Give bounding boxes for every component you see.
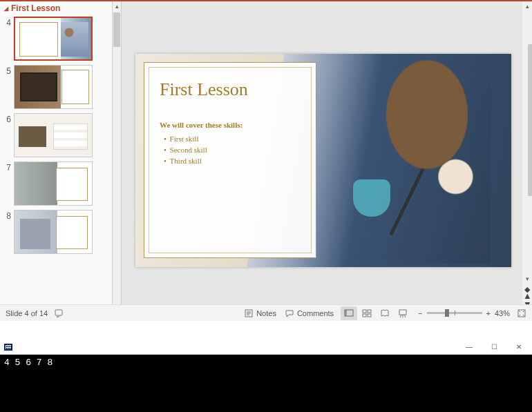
notes-label: Notes (256, 309, 276, 317)
diamond-icon[interactable]: ◆ (524, 286, 530, 292)
scrollbar-handle[interactable] (113, 12, 120, 47)
thumbnail-row[interactable]: 6 (4, 113, 108, 157)
slideshow-view-button[interactable] (395, 306, 411, 320)
console-icon (4, 344, 12, 351)
zoom-in-button[interactable]: + (486, 309, 491, 317)
scroll-up-arrow-icon[interactable]: ▴ (113, 1, 121, 11)
photo-cup (353, 179, 390, 217)
zoom-out-button[interactable]: − (418, 309, 422, 317)
zoom-slider[interactable] (427, 312, 482, 314)
comments-label: Comments (297, 309, 334, 317)
notes-icon (244, 308, 254, 318)
slide-sorter-icon (362, 308, 372, 318)
thumbnail-number: 5 (4, 65, 14, 76)
svg-line-12 (400, 315, 401, 317)
thumbnail-number: 6 (4, 113, 14, 124)
minimize-button[interactable]: — (457, 340, 481, 353)
slideshow-icon (398, 308, 408, 318)
thumbnail-slide[interactable] (14, 210, 93, 254)
console-output[interactable]: 4 5 6 7 8 (0, 355, 532, 412)
slide-sorter-view-button[interactable] (359, 306, 375, 320)
powerpoint-window: ◢ First Lesson 45678 ◢ Course Progress ▴… (0, 0, 532, 321)
fit-up-icon[interactable]: ⯅ (524, 294, 531, 300)
thumbnail-list: 45678 (0, 15, 112, 259)
svg-rect-7 (363, 310, 366, 313)
svg-rect-9 (363, 314, 366, 317)
zoom-control: − + 43% (418, 308, 526, 318)
svg-rect-6 (345, 310, 347, 316)
comments-icon (285, 308, 294, 318)
svg-rect-10 (368, 314, 371, 317)
thumbnail-number: 4 (4, 17, 14, 28)
zoom-percent[interactable]: 43% (495, 309, 510, 317)
fit-to-window-button[interactable] (517, 308, 526, 318)
svg-rect-0 (55, 310, 62, 315)
normal-view-button[interactable] (341, 306, 357, 320)
thumbnail-scrollbar[interactable]: ▴ ▾ (112, 1, 122, 321)
view-mode-group (341, 306, 411, 320)
slide-bullet-list[interactable]: First skillSecond skillThird skill (160, 135, 301, 165)
slide-counter[interactable]: Slide 4 of 14 (6, 309, 48, 317)
section-header-first-lesson[interactable]: ◢ First Lesson (0, 1, 112, 15)
slide-thumbnails-panel: ◢ First Lesson 45678 ◢ Course Progress (0, 1, 112, 321)
thumbnail-slide[interactable] (14, 161, 93, 206)
photo-pen (389, 141, 437, 235)
spellcheck-icon[interactable] (55, 308, 64, 318)
zoom-slider-handle[interactable] (445, 309, 449, 317)
thumbnail-row[interactable]: 5 (4, 65, 108, 109)
maximize-button[interactable]: ☐ (482, 340, 506, 353)
thumbnail-slide[interactable] (14, 17, 93, 61)
zoom-slider-midpoint (455, 311, 455, 315)
status-bar: Slide 4 of 14 Notes Comments (0, 304, 532, 321)
thumbnail-slide[interactable] (14, 65, 93, 109)
console-titlebar[interactable]: — ☐ ✕ (0, 340, 532, 355)
slide-bullet-item[interactable]: First skill (164, 135, 301, 143)
reading-view-icon (380, 308, 390, 318)
window-buttons: — ☐ ✕ (457, 340, 531, 353)
slide-title[interactable]: First Lesson (160, 79, 301, 100)
scroll-down-arrow-icon[interactable]: ▾ (523, 274, 531, 284)
scrollbar-handle[interactable] (528, 44, 532, 196)
svg-line-13 (404, 315, 406, 317)
slide-bullet-item[interactable]: Second skill (164, 146, 301, 154)
svg-rect-11 (399, 310, 406, 315)
console-text: 4 5 6 7 8 (4, 357, 53, 368)
comments-button[interactable]: Comments (281, 306, 338, 320)
normal-view-icon (344, 308, 354, 318)
thumbnail-row[interactable]: 4 (4, 17, 108, 61)
slide-subtitle[interactable]: We will cover these skills: (160, 121, 301, 129)
reading-view-button[interactable] (377, 306, 393, 320)
collapse-triangle-icon: ◢ (4, 6, 8, 12)
canvas-vertical-scrollbar[interactable]: ▴ ▾ ◆ ⯅ ⯆ (522, 1, 532, 310)
console-window: — ☐ ✕ 4 5 6 7 8 (0, 340, 532, 412)
section-header-label: First Lesson (11, 3, 60, 13)
slide-canvas-area: First Lesson We will cover these skills:… (122, 1, 532, 310)
slide-text-card[interactable]: First Lesson We will cover these skills:… (144, 62, 316, 258)
close-button[interactable]: ✕ (507, 340, 531, 353)
svg-rect-8 (368, 310, 371, 313)
thumbnail-number: 8 (4, 210, 14, 221)
slide[interactable]: First Lesson We will cover these skills:… (135, 54, 511, 267)
thumbnail-row[interactable]: 7 (4, 161, 108, 206)
scroll-up-arrow-icon[interactable]: ▴ (523, 1, 531, 11)
notes-button[interactable]: Notes (240, 306, 281, 320)
thumbnail-number: 7 (4, 161, 14, 173)
slide-bullet-item[interactable]: Third skill (164, 157, 301, 165)
thumbnail-slide[interactable] (14, 113, 93, 157)
thumbnail-row[interactable]: 8 (4, 210, 108, 254)
